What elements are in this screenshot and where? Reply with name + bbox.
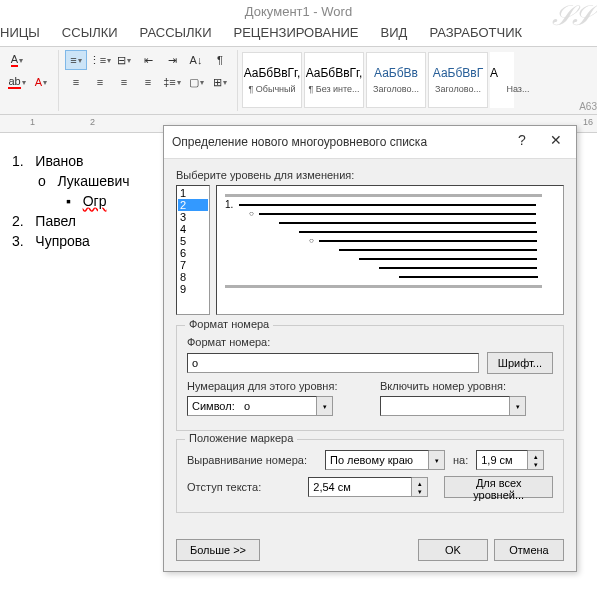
multilevel-list-dialog: Определение нового многоуровневого списк… — [163, 125, 577, 572]
shading-icon: ▢ — [189, 76, 199, 89]
chevron-down-icon[interactable]: ▾ — [317, 396, 333, 416]
ribbon-tab[interactable]: НИЦЫ — [0, 25, 40, 40]
all-levels-button[interactable]: Для всех уровней... — [444, 476, 553, 498]
justify-button[interactable]: ≡ — [137, 72, 159, 92]
level-option[interactable]: 6 — [178, 247, 208, 259]
list-bullet: ▪ — [66, 193, 71, 209]
at-spinner[interactable]: ▴▾ — [476, 450, 544, 470]
align-left-button[interactable]: ≡ — [65, 72, 87, 92]
style-item[interactable]: АаБбВвГг, ¶ Обычный — [242, 52, 302, 108]
level-option[interactable]: 9 — [178, 283, 208, 295]
level-option[interactable]: 8 — [178, 271, 208, 283]
text-fill-button[interactable]: A▾ — [30, 72, 52, 92]
increase-indent-button[interactable]: ⇥ — [161, 50, 183, 70]
chevron-down-icon: ▾ — [200, 78, 204, 87]
style-item[interactable]: АаБбВвГг, ¶ Без инте... — [304, 52, 364, 108]
decrease-indent-button[interactable]: ⇤ — [137, 50, 159, 70]
style-item[interactable]: А Наз... — [490, 52, 514, 108]
align-label: Выравнивание номера: — [187, 454, 317, 466]
sort-icon: A↓ — [190, 54, 203, 66]
numbering-button[interactable]: ⋮≡▾ — [89, 50, 111, 70]
spinner-down-icon[interactable]: ▾ — [534, 460, 538, 468]
style-name: ¶ Без инте... — [306, 84, 362, 94]
numbering-combo[interactable]: ▾ — [187, 396, 360, 416]
show-marks-button[interactable]: ¶ — [209, 50, 231, 70]
multilevel-icon: ⊟ — [117, 54, 126, 67]
indent-input[interactable] — [308, 477, 412, 497]
font-color-button[interactable]: A▾ — [6, 50, 28, 70]
indent-spinner[interactable]: ▴▾ — [308, 477, 428, 497]
ribbon-tab[interactable]: ВИД — [381, 25, 408, 40]
shading-button[interactable]: ▢▾ — [185, 72, 207, 92]
numbering-input[interactable] — [187, 396, 317, 416]
preview-bullet: ○ — [249, 209, 254, 218]
bullets-button[interactable]: ≡▾ — [65, 50, 87, 70]
list-text: Чупрова — [35, 233, 90, 249]
list-text: Павел — [35, 213, 76, 229]
ruler-tick: 16 — [583, 117, 593, 127]
list-number: 3. — [12, 233, 24, 249]
borders-button[interactable]: ⊞▾ — [209, 72, 231, 92]
style-name: ¶ Обычный — [244, 84, 300, 94]
format-legend: Формат номера — [185, 318, 273, 330]
multilevel-button[interactable]: ⊟▾ — [113, 50, 135, 70]
font-button[interactable]: Шрифт... — [487, 352, 553, 374]
level-option[interactable]: 3 — [178, 211, 208, 223]
style-preview: А — [490, 66, 498, 80]
spinner-down-icon[interactable]: ▾ — [418, 487, 422, 495]
ribbon-tab[interactable]: РЕЦЕНЗИРОВАНИЕ — [234, 25, 359, 40]
font-color-icon: A — [11, 53, 18, 67]
level-option[interactable]: 5 — [178, 235, 208, 247]
position-fieldset: Положение маркера Выравнивание номера: ▾… — [176, 439, 564, 513]
ruler-tick: 1 — [30, 117, 35, 127]
pilcrow-icon: ¶ — [217, 54, 223, 66]
preview-bullet: ○ — [309, 236, 314, 245]
ok-button[interactable]: OK — [418, 539, 488, 561]
sort-button[interactable]: A↓ — [185, 50, 207, 70]
numbering-icon: ⋮≡ — [89, 54, 106, 67]
ribbon-tab[interactable]: ССЫЛКИ — [62, 25, 118, 40]
dialog-help-button[interactable]: ? — [510, 132, 534, 152]
justify-icon: ≡ — [145, 76, 151, 88]
align-center-button[interactable]: ≡ — [89, 72, 111, 92]
level-option[interactable]: 2 — [178, 199, 208, 211]
highlight-button[interactable]: ab▾ — [6, 72, 28, 92]
include-combo[interactable]: ▾ — [380, 396, 553, 416]
line-spacing-button[interactable]: ‡≡▾ — [161, 72, 183, 92]
format-input[interactable] — [187, 353, 479, 373]
chevron-down-icon[interactable]: ▾ — [429, 450, 445, 470]
format-label: Формат номера: — [187, 336, 553, 348]
dialog-footer: Больше >> OK Отмена — [164, 531, 576, 571]
level-listbox[interactable]: 1 2 3 4 5 6 7 8 9 — [176, 185, 210, 315]
align-input[interactable] — [325, 450, 429, 470]
position-legend: Положение маркера — [185, 432, 297, 444]
level-option[interactable]: 4 — [178, 223, 208, 235]
ribbon-group-paragraph: ≡▾ ⋮≡▾ ⊟▾ ⇤ ⇥ A↓ ¶ ≡ ≡ ≡ ≡ ‡≡▾ ▢▾ ⊞▾ — [59, 50, 238, 111]
align-right-button[interactable]: ≡ — [113, 72, 135, 92]
borders-icon: ⊞ — [213, 76, 222, 89]
style-preview: АаБбВвГг, — [244, 66, 301, 80]
ruler-tick: 2 — [90, 117, 95, 127]
chevron-down-icon: ▾ — [223, 78, 227, 87]
align-left-icon: ≡ — [73, 76, 79, 88]
dialog-close-button[interactable]: ✕ — [544, 132, 568, 152]
level-option[interactable]: 7 — [178, 259, 208, 271]
align-center-icon: ≡ — [97, 76, 103, 88]
style-item[interactable]: АаБбВвГ Заголово... — [428, 52, 488, 108]
bullets-icon: ≡ — [70, 54, 76, 66]
at-input[interactable] — [476, 450, 528, 470]
more-button[interactable]: Больше >> — [176, 539, 260, 561]
level-option[interactable]: 1 — [178, 187, 208, 199]
chevron-down-icon[interactable]: ▾ — [510, 396, 526, 416]
include-input[interactable] — [380, 396, 510, 416]
ribbon-tab[interactable]: РАЗРАБОТЧИК — [429, 25, 522, 40]
spinner-up-icon[interactable]: ▴ — [418, 479, 422, 487]
style-item[interactable]: АаБбВв Заголово... — [366, 52, 426, 108]
app-title: Документ1 - Word — [245, 4, 352, 19]
cancel-button[interactable]: Отмена — [494, 539, 564, 561]
spinner-up-icon[interactable]: ▴ — [534, 452, 538, 460]
list-number: 2. — [12, 213, 24, 229]
align-combo[interactable]: ▾ — [325, 450, 445, 470]
ribbon-tab[interactable]: РАССЫЛКИ — [140, 25, 212, 40]
format-fieldset: Формат номера Формат номера: Шрифт... Ну… — [176, 325, 564, 431]
